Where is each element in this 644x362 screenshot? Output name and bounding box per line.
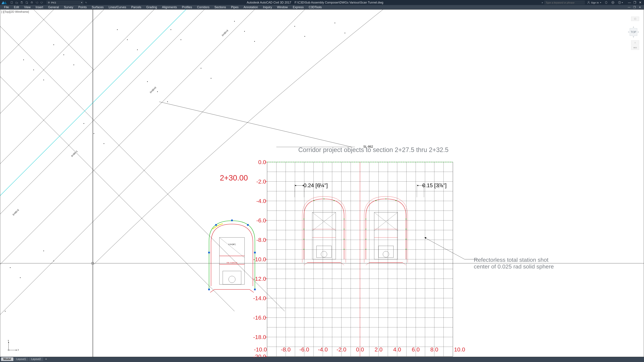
svg-rect-185	[231, 220, 233, 221]
menu-grading[interactable]: Grading	[144, 5, 159, 9]
svg-text:0+00+0: 0+00+0	[149, 86, 157, 94]
svg-point-34	[54, 44, 54, 45]
svg-text:-12.0: -12.0	[253, 276, 266, 282]
svg-point-52	[54, 261, 54, 261]
workspace-dropdown[interactable]: PKS▾	[46, 1, 83, 4]
svg-rect-183	[208, 252, 210, 253]
signin-button[interactable]: Sign In▾	[586, 1, 602, 4]
new-icon[interactable]	[10, 1, 14, 5]
menu-general[interactable]: General	[46, 5, 61, 9]
svg-point-39	[137, 49, 138, 50]
menu-points[interactable]: Points	[76, 5, 89, 9]
svg-text:FRL 0+450.00: FRL 0+450.00	[226, 262, 237, 264]
menu-file[interactable]: File	[2, 5, 11, 9]
app-menu-button[interactable]	[0, 0, 8, 5]
save-icon[interactable]	[20, 1, 24, 5]
svg-point-152	[324, 199, 324, 199]
tab-layout2[interactable]: Layout2	[29, 357, 43, 361]
svg-line-16	[0, 10, 151, 97]
open-icon[interactable]	[15, 1, 19, 5]
svg-rect-181	[208, 289, 210, 290]
tab-add-button[interactable]: +	[44, 357, 48, 361]
svg-text:2+30.00: 2+30.00	[220, 173, 248, 182]
drawing-viewport[interactable]: [-][Top][2D Wireframe] ▢ TOP ⌂ wcs XY	[0, 9, 644, 357]
svg-line-164	[424, 238, 464, 259]
help-icon[interactable]: ?▾	[617, 1, 624, 4]
search-input[interactable]	[544, 1, 584, 4]
svg-point-179	[228, 276, 235, 283]
svg-point-31	[23, 60, 24, 60]
svg-text:center of 0.025 rad solid sphe: center of 0.025 rad solid sphere	[474, 263, 554, 270]
minimize-icon[interactable]: —	[627, 1, 632, 4]
exchange-apps-icon[interactable]	[610, 1, 616, 4]
menu-corridors[interactable]: Corridors	[195, 5, 212, 9]
svg-text:8.0: 8.0	[430, 346, 438, 353]
svg-point-46	[304, 36, 305, 37]
doc-close-icon[interactable]: ✕	[637, 5, 642, 9]
redo-icon[interactable]	[40, 1, 44, 5]
search-chevron-icon[interactable]: ▸	[542, 1, 543, 4]
svg-text:-4.0: -4.0	[318, 346, 328, 353]
svg-point-141	[321, 251, 327, 257]
svg-point-147	[344, 219, 344, 219]
autodesk360-icon[interactable]	[604, 1, 609, 4]
svg-point-143	[304, 219, 304, 219]
menu-surfaces[interactable]: Surfaces	[89, 5, 106, 9]
svg-text:-10.0: -10.0	[254, 346, 267, 353]
restore-icon[interactable]: ❐	[632, 1, 637, 4]
menu-survey[interactable]: Survey	[62, 5, 76, 9]
svg-rect-140	[316, 246, 332, 258]
svg-text:-20.0: -20.0	[253, 353, 266, 357]
menu-c3dtools[interactable]: C3DTools	[306, 5, 324, 9]
svg-point-40	[170, 29, 171, 30]
menu-inquiry[interactable]: Inquiry	[260, 5, 274, 9]
doc-minimize-icon[interactable]: —	[626, 5, 632, 9]
svg-line-26	[0, 10, 268, 229]
drawing-canvas[interactable]: 0+00+2 0+00+1 0+00+0 0+00+3	[0, 10, 644, 357]
doc-restore-icon[interactable]: ❐	[632, 5, 637, 9]
svg-point-37	[117, 29, 118, 30]
menu-edit[interactable]: Edit	[12, 5, 22, 9]
tab-layout1[interactable]: Layout1	[14, 357, 28, 361]
svg-point-35	[64, 55, 64, 55]
svg-point-149	[344, 239, 344, 240]
menu-view[interactable]: View	[22, 5, 33, 9]
menu-profiles[interactable]: Profiles	[180, 5, 194, 9]
workspace-switch-icon[interactable]	[84, 1, 88, 5]
svg-rect-187	[247, 224, 249, 226]
tab-model[interactable]: Model	[1, 357, 14, 361]
close-icon[interactable]: ✕	[638, 1, 643, 4]
svg-text:10.0: 10.0	[454, 346, 465, 353]
saveas-icon[interactable]	[25, 1, 29, 5]
menu-window[interactable]: Window	[275, 5, 290, 9]
svg-text:4.0: 4.0	[393, 346, 401, 353]
menu-alignments[interactable]: Alignments	[160, 5, 179, 9]
svg-point-44	[254, 41, 255, 42]
title-bar: PKS▾ Autodesk AutoCAD Civil 3D 2017 F:\C…	[0, 0, 644, 5]
svg-point-45	[294, 26, 295, 27]
svg-point-33	[43, 80, 44, 80]
menu-annotation[interactable]: Annotation	[241, 5, 260, 9]
svg-text:0.0: 0.0	[356, 346, 364, 353]
menu-insert[interactable]: Insert	[33, 5, 46, 9]
svg-text:-4.0: -4.0	[256, 198, 266, 204]
menu-lines-curves[interactable]: Lines/Curves	[106, 5, 128, 9]
undo-icon[interactable]	[35, 1, 39, 5]
plot-icon[interactable]	[30, 1, 34, 5]
menu-parcels[interactable]: Parcels	[129, 5, 144, 9]
svg-point-32	[33, 70, 34, 70]
svg-rect-135	[312, 212, 336, 259]
svg-text:Corridor project objects to se: Corridor project objects to section 2+27…	[298, 146, 448, 153]
svg-point-153	[334, 200, 334, 201]
svg-text:-8.0: -8.0	[256, 237, 266, 243]
svg-text:-8.0: -8.0	[281, 346, 291, 353]
menu-pipes[interactable]: Pipes	[228, 5, 241, 9]
menu-express[interactable]: Express	[290, 5, 306, 9]
menu-sections[interactable]: Sections	[212, 5, 228, 9]
svg-rect-3	[31, 2, 32, 2]
title-text: Autodesk AutoCAD Civil 3D 2017 F:\C3D\Su…	[88, 1, 542, 4]
svg-line-20	[0, 10, 352, 298]
svg-text:-6.0: -6.0	[256, 217, 266, 224]
svg-text:6.0: 6.0	[412, 346, 420, 353]
svg-point-146	[304, 249, 304, 250]
